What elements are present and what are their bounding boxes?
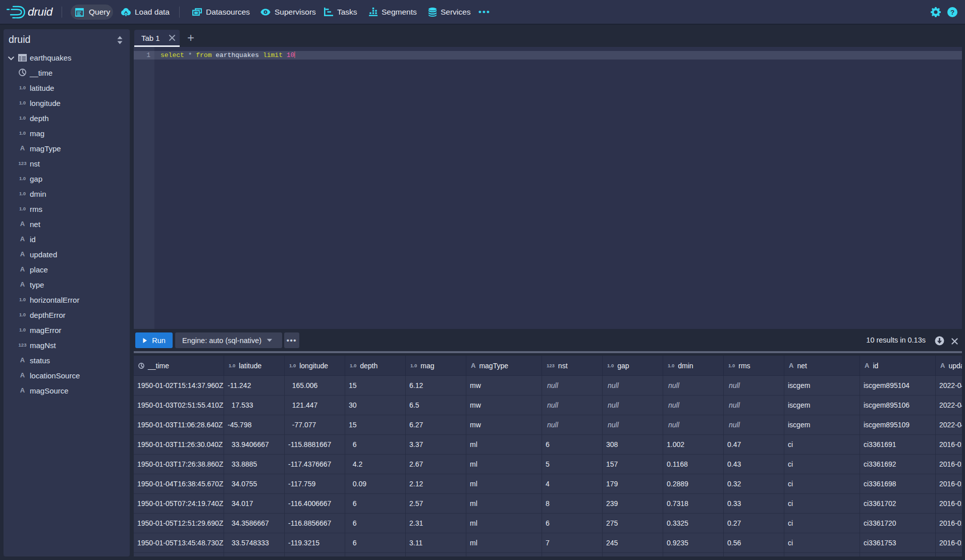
svg-text:?: ? [950, 9, 954, 16]
